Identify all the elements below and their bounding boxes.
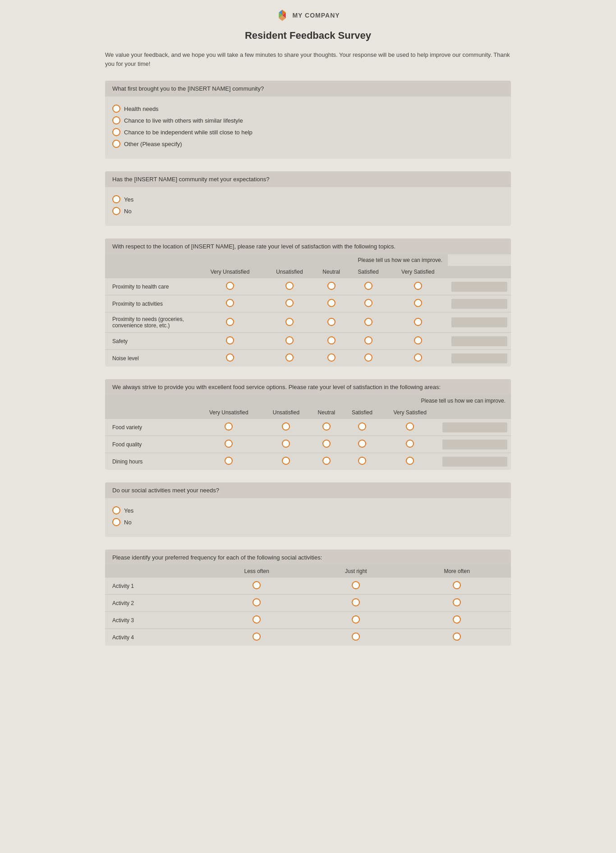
q3-r4-radio-neutral[interactable] — [327, 336, 336, 344]
q3-r3-radio-very-sat[interactable] — [414, 318, 422, 326]
q3-r3-neutral[interactable] — [314, 312, 349, 333]
q4-r1-neutral[interactable] — [310, 419, 343, 436]
q2-radio-no[interactable] — [112, 207, 120, 215]
q3-r1-very-sat[interactable] — [388, 278, 448, 295]
q3-r3-unsat[interactable] — [265, 312, 314, 333]
q4-r2-very-sat[interactable] — [381, 436, 439, 453]
q3-r4-sat[interactable] — [349, 333, 388, 350]
q3-r2-radio-very-sat[interactable] — [414, 299, 422, 307]
q3-r3-sat[interactable] — [349, 312, 388, 333]
q3-r5-radio-unsat[interactable] — [285, 353, 294, 362]
q6-r1-radio-less[interactable] — [253, 581, 261, 589]
q3-r5-radio-very-sat[interactable] — [414, 353, 422, 362]
q3-r5-radio-very-unsat[interactable] — [226, 353, 234, 362]
q2-option-yes[interactable]: Yes — [112, 195, 504, 203]
q4-r3-sat[interactable] — [343, 453, 382, 470]
q3-r4-radio-very-unsat[interactable] — [226, 336, 234, 344]
q3-r5-radio-neutral[interactable] — [327, 353, 336, 362]
q6-r1-radio-just[interactable] — [352, 581, 360, 589]
q6-r4-radio-more[interactable] — [453, 633, 461, 641]
q6-r3-radio-just[interactable] — [352, 615, 360, 624]
q3-r5-radio-sat[interactable] — [364, 353, 372, 362]
q3-r2-unsat[interactable] — [265, 295, 314, 312]
q3-r5-very-unsat[interactable] — [195, 350, 265, 367]
q3-r2-radio-unsat[interactable] — [285, 299, 294, 307]
q3-r4-very-unsat[interactable] — [195, 333, 265, 350]
q4-r3-very-unsat[interactable] — [195, 453, 262, 470]
q3-r1-sat[interactable] — [349, 278, 388, 295]
q3-r4-unsat[interactable] — [265, 333, 314, 350]
q1-option-3[interactable]: Chance to be independent while still clo… — [112, 128, 504, 136]
q4-r3-radio-sat[interactable] — [358, 457, 366, 465]
q3-r1-improve-input[interactable] — [451, 282, 507, 292]
q1-radio-2[interactable] — [112, 116, 120, 124]
q6-r3-radio-less[interactable] — [253, 615, 261, 624]
q6-r3-less[interactable] — [204, 612, 309, 629]
q3-r3-radio-very-unsat[interactable] — [226, 318, 234, 326]
q4-r1-very-unsat[interactable] — [195, 419, 262, 436]
q4-r3-radio-very-sat[interactable] — [406, 457, 414, 465]
q6-r1-just[interactable] — [309, 578, 403, 595]
q3-r2-sat[interactable] — [349, 295, 388, 312]
q3-r3-improve-input[interactable] — [451, 317, 507, 327]
q4-r2-radio-very-sat[interactable] — [406, 440, 414, 448]
q3-r2-radio-very-unsat[interactable] — [226, 299, 234, 307]
q3-r5-neutral[interactable] — [314, 350, 349, 367]
q3-r5-very-sat[interactable] — [388, 350, 448, 367]
q4-r1-radio-very-unsat[interactable] — [225, 422, 233, 431]
q4-r2-radio-unsat[interactable] — [282, 440, 290, 448]
q3-r4-radio-unsat[interactable] — [285, 336, 294, 344]
q6-r4-radio-less[interactable] — [253, 633, 261, 641]
q3-r4-neutral[interactable] — [314, 333, 349, 350]
q1-option-2[interactable]: Chance to live with others with similar … — [112, 116, 504, 124]
q4-r3-unsat[interactable] — [262, 453, 310, 470]
q6-r2-less[interactable] — [204, 595, 309, 612]
q4-r1-radio-neutral[interactable] — [322, 422, 331, 431]
q1-radio-1[interactable] — [112, 105, 120, 113]
q4-r1-sat[interactable] — [343, 419, 382, 436]
q3-r1-radio-very-unsat[interactable] — [226, 282, 234, 290]
q6-r4-radio-just[interactable] — [352, 633, 360, 641]
q6-r3-more[interactable] — [403, 612, 511, 629]
q4-r2-very-unsat[interactable] — [195, 436, 262, 453]
q4-r3-radio-neutral[interactable] — [322, 457, 331, 465]
q3-r2-improve-input[interactable] — [451, 299, 507, 309]
q3-r1-radio-sat[interactable] — [364, 282, 372, 290]
q4-r2-sat[interactable] — [343, 436, 382, 453]
q5-radio-no[interactable] — [112, 518, 120, 526]
q4-r1-very-sat[interactable] — [381, 419, 439, 436]
q4-r2-radio-neutral[interactable] — [322, 440, 331, 448]
q4-r1-radio-very-sat[interactable] — [406, 422, 414, 431]
q4-r3-radio-very-unsat[interactable] — [225, 457, 233, 465]
q3-r1-very-unsat[interactable] — [195, 278, 265, 295]
q3-r1-radio-neutral[interactable] — [327, 282, 336, 290]
q3-r2-very-sat[interactable] — [388, 295, 448, 312]
q4-r2-improve-input[interactable] — [442, 440, 507, 449]
q3-r1-radio-unsat[interactable] — [285, 282, 294, 290]
q2-radio-yes[interactable] — [112, 195, 120, 203]
q3-r1-radio-very-sat[interactable] — [414, 282, 422, 290]
q3-r2-very-unsat[interactable] — [195, 295, 265, 312]
q6-r2-just[interactable] — [309, 595, 403, 612]
q3-r2-radio-sat[interactable] — [364, 299, 372, 307]
q4-r2-unsat[interactable] — [262, 436, 310, 453]
q1-option-4[interactable]: Other (Please specify) — [112, 140, 504, 148]
q3-r2-neutral[interactable] — [314, 295, 349, 312]
q4-r1-unsat[interactable] — [262, 419, 310, 436]
q5-radio-yes[interactable] — [112, 506, 120, 514]
q3-r3-radio-sat[interactable] — [364, 318, 372, 326]
q6-r2-radio-more[interactable] — [453, 598, 461, 606]
q6-r2-radio-just[interactable] — [352, 598, 360, 606]
q1-option-1[interactable]: Health needs — [112, 105, 504, 113]
q6-r4-just[interactable] — [309, 629, 403, 646]
q3-r3-very-unsat[interactable] — [195, 312, 265, 333]
q3-r2-radio-neutral[interactable] — [327, 299, 336, 307]
q6-r3-just[interactable] — [309, 612, 403, 629]
q3-r5-improve-input[interactable] — [451, 353, 507, 363]
q3-r3-very-sat[interactable] — [388, 312, 448, 333]
q4-r2-radio-sat[interactable] — [358, 440, 366, 448]
q6-r4-more[interactable] — [403, 629, 511, 646]
q4-r3-neutral[interactable] — [310, 453, 343, 470]
q6-r1-more[interactable] — [403, 578, 511, 595]
q6-r1-radio-more[interactable] — [453, 581, 461, 589]
